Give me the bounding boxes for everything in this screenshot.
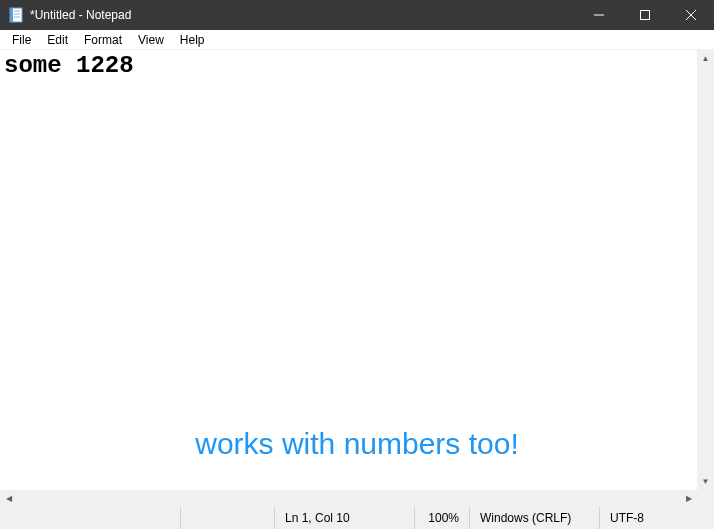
minimize-button[interactable]: [576, 0, 622, 30]
menu-view[interactable]: View: [130, 31, 172, 49]
scroll-down-icon[interactable]: ▼: [697, 473, 714, 490]
scroll-left-icon[interactable]: ◀: [0, 490, 17, 507]
menu-edit[interactable]: Edit: [39, 31, 76, 49]
horizontal-scrollbar[interactable]: ◀ ▶: [0, 490, 697, 507]
menu-file[interactable]: File: [4, 31, 39, 49]
scroll-corner: [697, 490, 714, 507]
menubar: File Edit Format View Help: [0, 30, 714, 50]
menu-help[interactable]: Help: [172, 31, 213, 49]
vertical-scrollbar[interactable]: ▲ ▼: [697, 50, 714, 490]
status-zoom: 100%: [414, 507, 469, 529]
scroll-right-icon[interactable]: ▶: [680, 490, 697, 507]
status-position: Ln 1, Col 10: [274, 507, 414, 529]
close-button[interactable]: [668, 0, 714, 30]
notepad-icon: [8, 7, 24, 23]
svg-rect-6: [641, 11, 650, 20]
menu-format[interactable]: Format: [76, 31, 130, 49]
status-spacer: [180, 507, 274, 529]
statusbar: Ln 1, Col 10 100% Windows (CRLF) UTF-8: [0, 507, 714, 529]
scroll-up-icon[interactable]: ▲: [697, 50, 714, 67]
window-controls: [576, 0, 714, 30]
maximize-button[interactable]: [622, 0, 668, 30]
svg-rect-1: [10, 8, 13, 22]
status-spacer-left: [0, 507, 180, 529]
status-line-ending: Windows (CRLF): [469, 507, 599, 529]
titlebar: *Untitled - Notepad: [0, 0, 714, 30]
window-title: *Untitled - Notepad: [30, 8, 576, 22]
status-encoding: UTF-8: [599, 507, 714, 529]
editor-area: some 1228 ▲ ▼ ◀ ▶: [0, 50, 714, 507]
text-editor[interactable]: some 1228: [0, 50, 697, 490]
